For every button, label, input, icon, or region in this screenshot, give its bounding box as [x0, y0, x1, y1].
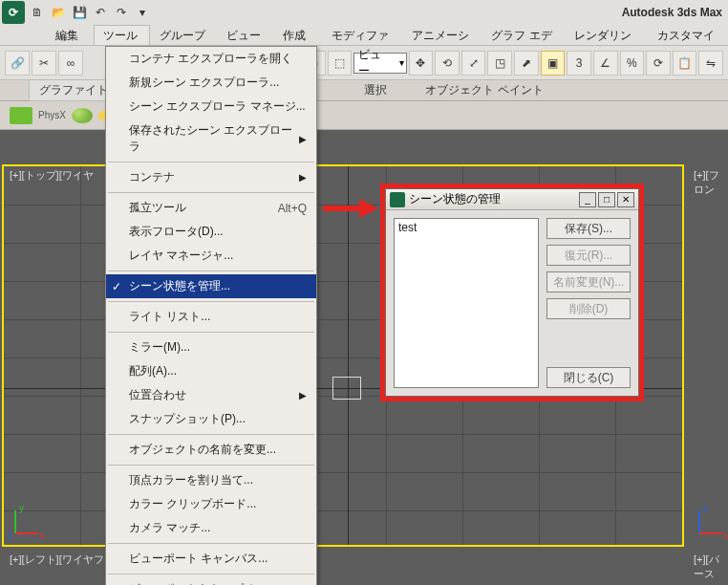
manip-icon[interactable]: ⬈ [514, 51, 539, 76]
menu-item[interactable]: 頂点カラーを割り当て... [106, 468, 316, 492]
redo-icon[interactable]: ↷ [111, 2, 132, 23]
close-dialog-button[interactable]: 閉じる(C) [546, 367, 631, 388]
select-rect-icon[interactable]: ⬚ [328, 51, 353, 76]
menu-item[interactable]: 保存されたシーン エクスプローラ▶ [106, 119, 316, 159]
cursor-region [332, 377, 361, 400]
snap-icon[interactable]: 3 [567, 51, 591, 76]
menu-tools[interactable]: ツール(T) [94, 25, 150, 45]
menu-item[interactable]: 表示フロータ(D)... [106, 220, 316, 244]
dialog-app-icon [390, 192, 405, 207]
scale-icon[interactable]: ⤢ [461, 51, 486, 76]
menu-item[interactable]: レイヤ マネージャ... [106, 244, 316, 268]
menu-item[interactable]: 配列(A)... [106, 359, 316, 383]
dialog-title: シーン状態の管理 [409, 191, 579, 207]
menu-item[interactable]: カメラ マッチ... [106, 516, 316, 540]
angle-snap-icon[interactable]: ∠ [593, 51, 618, 76]
unlink-icon[interactable]: ✂ [32, 51, 56, 76]
axis-gizmo: y x z [10, 507, 42, 539]
menu-view[interactable]: ビュー(V) [217, 25, 273, 45]
undo-icon[interactable]: ↶ [90, 2, 111, 23]
svg-marker-5 [359, 199, 378, 218]
menu-item[interactable]: 位置合わせ▶ [106, 383, 316, 407]
menu-item[interactable]: オブジェクトの名前を変更... [106, 438, 316, 462]
menu-create[interactable]: 作成(C) [273, 25, 322, 45]
menu-group[interactable]: グループ(G) [150, 25, 217, 45]
keymode-icon[interactable]: ▣ [541, 51, 566, 76]
dialog-highlight: シーン状態の管理 _ □ ✕ test 保存(S)... 復元(R)... 名前… [380, 184, 644, 401]
viewport-persp-label: [+][パース [694, 552, 728, 581]
physx-label: PhysX [38, 110, 66, 120]
menu-grapheditor[interactable]: グラフ エディタ [482, 25, 564, 45]
menu-edit[interactable]: 編集(E) [46, 25, 94, 45]
ribbon-tab-select[interactable]: 選択 [354, 80, 396, 100]
named-sel-icon[interactable]: 📋 [673, 51, 697, 76]
menu-item[interactable]: スナップショット(P)... [106, 407, 316, 431]
link-icon[interactable]: 🔗 [5, 51, 30, 76]
save-icon[interactable]: 💾 [69, 2, 90, 23]
menu-item[interactable]: 新規シーン エクスプローラ... [106, 71, 316, 95]
dialog-titlebar[interactable]: シーン状態の管理 _ □ ✕ [386, 189, 638, 210]
menu-modifier[interactable]: モディファイヤ [322, 25, 402, 45]
menu-item[interactable]: カラー クリップボード... [106, 492, 316, 516]
refsys-icon[interactable]: ◳ [487, 51, 512, 76]
ribbon-tab-objpaint[interactable]: オブジェクト ペイント [416, 80, 552, 100]
restore-button[interactable]: 復元(R)... [546, 245, 631, 266]
annotation-arrow [321, 197, 378, 220]
list-item[interactable]: test [398, 221, 534, 234]
rename-button[interactable]: 名前変更(N)... [546, 271, 631, 292]
view-combo[interactable]: ビュー [353, 53, 406, 74]
viewport-persp[interactable]: [+][パース [688, 551, 728, 583]
bind-icon[interactable]: ∞ [58, 51, 83, 76]
nvidia-icon[interactable] [10, 107, 32, 124]
quick-access-toolbar: ⟳ 🗎 📂 💾 ↶ ↷ ▾ Autodesk 3ds Max [0, 0, 728, 25]
open-icon[interactable]: 📂 [48, 2, 69, 23]
minimize-button[interactable]: _ [579, 192, 596, 207]
save-button[interactable]: 保存(S)... [546, 218, 631, 239]
spinner-snap-icon[interactable]: ⟳ [646, 51, 671, 76]
move-icon[interactable]: ✥ [409, 51, 434, 76]
menu-item[interactable]: ミラー(M)... [106, 336, 316, 359]
menu-item[interactable]: コンテナ エクスプローラを開く [106, 47, 316, 71]
rotate-icon[interactable]: ⟲ [435, 51, 460, 76]
menu-rendering[interactable]: レンダリング(R) [565, 25, 648, 45]
bean-icon[interactable] [72, 108, 93, 123]
percent-snap-icon[interactable]: % [620, 51, 645, 76]
viewport-front[interactable]: [+][フロン z x [688, 166, 728, 545]
menu-item[interactable]: ビューポート キャンバス... [106, 547, 316, 571]
menu-item[interactable]: 孤立ツールAlt+Q [106, 196, 316, 220]
scene-state-dialog: シーン状態の管理 _ □ ✕ test 保存(S)... 復元(R)... 名前… [385, 188, 639, 397]
menu-item[interactable]: ライト リスト... [106, 305, 316, 329]
menu-item[interactable]: コンテナ▶ [106, 165, 316, 189]
mirror-icon[interactable]: ⇋ [698, 51, 723, 76]
menu-item[interactable]: ビューポートをキャプチャ▶ [106, 577, 316, 585]
tools-dropdown: コンテナ エクスプローラを開く新規シーン エクスプローラ...シーン エクスプロ… [105, 46, 317, 585]
menubar: 編集(E) ツール(T) グループ(G) ビュー(V) 作成(C) モディファイ… [0, 25, 728, 46]
new-icon[interactable]: 🗎 [27, 2, 48, 23]
axis-gizmo-front: z x [694, 507, 726, 539]
scene-state-list[interactable]: test [394, 218, 539, 388]
app-title: Autodesk 3ds Max [622, 6, 722, 19]
menu-animation[interactable]: アニメーション [402, 25, 482, 45]
delete-button[interactable]: 削除(D) [546, 298, 631, 319]
menu-item[interactable]: シーン エクスプローラ マネージ... [106, 95, 316, 119]
close-button[interactable]: ✕ [617, 192, 634, 207]
menu-customize[interactable]: カスタマイズ(U [648, 25, 728, 45]
maximize-button[interactable]: □ [598, 192, 615, 207]
menu-item[interactable]: シーン状態を管理... [106, 274, 316, 298]
viewport-front-label: [+][フロン [694, 168, 728, 197]
qat-more-icon[interactable]: ▾ [132, 2, 153, 23]
app-icon[interactable]: ⟳ [2, 1, 25, 24]
